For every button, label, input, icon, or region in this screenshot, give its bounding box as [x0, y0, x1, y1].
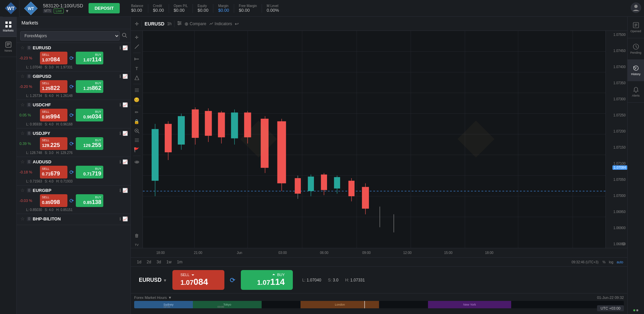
sell-button-gbpusd[interactable]: SELL 1.25822	[40, 80, 67, 93]
refresh-audusd[interactable]: ⟳	[69, 169, 74, 175]
right-nav-pending[interactable]: Pending	[628, 38, 644, 60]
trade-spread: S: 3.0	[328, 278, 338, 282]
fav-gbpusd[interactable]: ☆	[19, 73, 25, 79]
draw-text[interactable]: T	[132, 64, 142, 73]
draw-trash[interactable]: 🗑	[132, 231, 142, 240]
category-select[interactable]: ForexMajors	[20, 31, 120, 41]
buy-button-usdjpy[interactable]: BUY 129.255	[76, 137, 103, 150]
price-1.07150: 1.07150	[606, 146, 627, 149]
chart-eurusd[interactable]: 📈	[122, 45, 128, 50]
tf-1d[interactable]: 1d	[135, 259, 143, 265]
tradingview-watermark: TV	[135, 243, 139, 247]
undo-button[interactable]: ↩	[235, 21, 239, 27]
timeframe-bar: 1d 2d 3d 1w 1m 09:32:46 (UTC+3) % log au…	[131, 257, 627, 266]
info-bhp[interactable]: ℹ	[119, 216, 121, 221]
chart-symbol: EURUSD	[145, 21, 164, 27]
sell-button-eurusd[interactable]: SELL 1.07084	[40, 52, 67, 64]
tf-1w[interactable]: 1w	[164, 259, 173, 265]
draw-zoom-plus[interactable]	[132, 126, 142, 135]
trade-refresh-button[interactable]: ⟳	[230, 276, 235, 284]
forex-hours-button[interactable]: Forex Market Hours ▼	[134, 296, 172, 300]
buy-button-eurusd[interactable]: BUY 1.07114	[76, 52, 103, 64]
draw-shape[interactable]	[132, 73, 142, 82]
draw-crosshair[interactable]: ✛	[132, 33, 142, 42]
refresh-usdjpy[interactable]: ⟳	[69, 141, 74, 147]
draw-emoji[interactable]: 😊	[132, 95, 142, 104]
draw-lock[interactable]: 🔒	[132, 117, 142, 126]
profile-area[interactable]	[631, 2, 641, 14]
buy-button-gbpusd[interactable]: BUY 1.25862	[76, 80, 103, 93]
draw-layers[interactable]	[132, 136, 142, 145]
sell-button-usdjpy[interactable]: SELL 129.225	[40, 137, 67, 150]
chart-settings-icon[interactable]	[177, 21, 182, 27]
draw-eye[interactable]	[132, 158, 142, 166]
connection-dots	[633, 309, 638, 311]
chart-settings-btn[interactable]: ⚙	[620, 240, 627, 248]
draw-pencil[interactable]: ✏	[132, 108, 142, 116]
chart-usdjpy[interactable]: 📈	[122, 131, 128, 136]
info-gbpusd[interactable]: ℹ	[119, 74, 121, 79]
sell-button-audusd[interactable]: SELL 0.71679	[40, 166, 67, 178]
buy-button-audusd[interactable]: BUY 0.71719	[76, 166, 103, 178]
fav-eurusd[interactable]: ☆	[19, 45, 25, 50]
lsh-audusd: L: 0.71563S: 4.0H: 0.71933	[19, 179, 128, 183]
dropdown-arrow[interactable]: ▼	[65, 9, 69, 13]
info-eurusd[interactable]: ℹ	[119, 45, 121, 50]
right-nav-alerts[interactable]: Alerts	[628, 81, 644, 103]
draw-line[interactable]	[132, 42, 142, 51]
session-new-york: New York	[428, 301, 511, 308]
margin-value: $0.00	[218, 8, 229, 13]
search-button[interactable]	[122, 33, 127, 39]
chart-gbpusd[interactable]: 📈	[122, 74, 128, 79]
fav-usdjpy[interactable]: ☆	[19, 130, 25, 136]
info-audusd[interactable]: ℹ	[119, 159, 121, 164]
compare-button[interactable]: ⊕ Compare	[184, 21, 206, 27]
info-usdjpy[interactable]: ℹ	[119, 131, 121, 136]
fav-audusd[interactable]: ☆	[19, 159, 25, 164]
trade-buy-button[interactable]: BUY 1.07114	[241, 270, 293, 290]
svg-rect-5	[9, 21, 11, 24]
draw-hline[interactable]	[132, 55, 142, 63]
draw-flag[interactable]: 🚩	[132, 145, 142, 154]
right-opened-label: Opened	[630, 30, 641, 33]
platform-logo: WT	[23, 1, 38, 16]
info-eurgbp[interactable]: ℹ	[119, 188, 121, 193]
chart-bhp[interactable]: 📈	[122, 216, 128, 221]
right-nav-history[interactable]: History	[628, 60, 644, 81]
sell-button-usdchf[interactable]: SELL 0.95994	[40, 109, 67, 121]
tf-2d[interactable]: 2d	[145, 259, 153, 265]
refresh-usdchf[interactable]: ⟳	[69, 112, 74, 118]
price-1.07200: 1.07200	[606, 129, 627, 133]
tf-3d[interactable]: 3d	[155, 259, 163, 265]
tf-1m[interactable]: 1m	[175, 259, 184, 265]
utc-badge[interactable]: UTC +03:00	[597, 305, 624, 311]
right-nav-opened[interactable]: Opened	[628, 17, 644, 38]
instrument-code: 583120-1:100/USD	[43, 3, 83, 8]
buy-button-eurgbp[interactable]: BUY 0.85138	[76, 194, 103, 207]
chart-audusd[interactable]: 📈	[122, 159, 128, 164]
indicators-button[interactable]: Indicators	[209, 21, 232, 26]
chart-eurgbp[interactable]: 📈	[122, 188, 128, 193]
deposit-button[interactable]: DEPOSIT	[89, 3, 120, 13]
refresh-eurusd[interactable]: ⟳	[69, 55, 74, 61]
chart-usdchf[interactable]: 📈	[122, 102, 128, 107]
refresh-eurgbp[interactable]: ⟳	[69, 198, 74, 204]
buy-button-usdchf[interactable]: BUY 0.96034	[76, 109, 103, 121]
svg-rect-69	[231, 112, 238, 138]
sell-button-eurgbp[interactable]: SELL 0.85098	[40, 194, 67, 207]
info-usdchf[interactable]: ℹ	[119, 102, 121, 107]
chart-canvas[interactable]	[143, 31, 605, 248]
nav-item-news[interactable]: News	[0, 37, 17, 57]
profile-button[interactable]	[631, 2, 641, 14]
fav-eurgbp[interactable]: ☆	[19, 188, 25, 193]
lsh-usdjpy: L: 128.748S: 3.0H: 129.276	[19, 151, 128, 155]
nav-item-markets[interactable]: Markets	[0, 17, 17, 37]
crosshair-tool[interactable]: ✛	[135, 21, 139, 27]
draw-fib[interactable]	[132, 86, 142, 95]
trade-sell-button[interactable]: SELL 1.07084	[172, 270, 224, 290]
chart-timeframe[interactable]: 1h	[167, 21, 171, 26]
fav-usdchf[interactable]: ☆	[19, 102, 25, 107]
refresh-gbpusd[interactable]: ⟳	[69, 84, 74, 90]
fav-bhp[interactable]: ☆	[19, 216, 25, 221]
svg-rect-85	[348, 181, 355, 196]
